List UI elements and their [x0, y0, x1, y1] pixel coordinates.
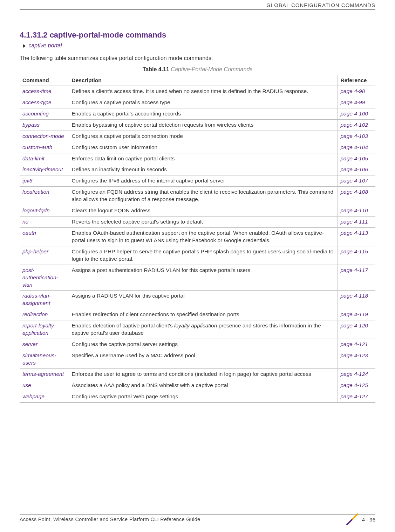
command-cell[interactable]: oauth — [20, 227, 69, 246]
table-row: access-typeConfigures a captive portal's… — [20, 97, 375, 108]
description-cell: Enables a captive portal's accounting re… — [69, 108, 338, 119]
description-cell: Configures a PHP helper to serve the cap… — [69, 246, 338, 265]
description-cell: Configures a captive portal's connection… — [69, 131, 338, 142]
table-row: bypassEnables bypassing of captive porta… — [20, 119, 375, 131]
reference-cell[interactable]: page 4-121 — [338, 339, 375, 350]
page-number: 4 - 96 — [362, 517, 375, 523]
table-row: report-loyalty-applicationEnables detect… — [20, 320, 375, 339]
command-cell[interactable]: report-loyalty-application — [20, 320, 69, 339]
table-row: connection-modeConfigures a captive port… — [20, 131, 375, 142]
reference-cell[interactable]: page 4-113 — [338, 227, 375, 246]
reference-cell[interactable]: page 4-124 — [338, 368, 375, 380]
breadcrumb-arrow-icon — [23, 44, 26, 48]
command-cell[interactable]: localization — [20, 187, 69, 205]
command-cell[interactable]: post-authentication-vlan — [20, 265, 69, 291]
table-caption: Table 4.11 Captive-Portal-Mode Commands — [20, 66, 375, 73]
reference-cell[interactable]: page 4-98 — [338, 86, 375, 97]
page-footer: Access Point, Wireless Controller and Se… — [20, 513, 375, 526]
table-row: data-limitEnforces data limit on captive… — [20, 153, 375, 164]
description-cell: Enables bypassing of captive portal dete… — [69, 119, 338, 131]
command-cell[interactable]: access-time — [20, 86, 69, 97]
reference-cell[interactable]: page 4-104 — [338, 142, 375, 153]
reference-cell[interactable]: page 4-99 — [338, 97, 375, 108]
command-cell[interactable]: webpage — [20, 391, 69, 402]
command-cell[interactable]: access-type — [20, 97, 69, 108]
description-cell: Configures captive portal Web page setti… — [69, 391, 338, 402]
command-cell[interactable]: simultaneous-users — [20, 350, 69, 368]
th-reference: Reference — [338, 75, 375, 86]
command-cell[interactable]: connection-mode — [20, 131, 69, 142]
description-cell: Configures the captive portal server set… — [69, 339, 338, 350]
description-cell: Enables redirection of client connection… — [69, 309, 338, 320]
section-heading: 4.1.31.2 captive-portal-mode commands — [20, 31, 375, 40]
table-row: useAssociates a AAA policy and a DNS whi… — [20, 380, 375, 391]
page-header: GLOBAL CONFIGURATION COMMANDS — [20, 0, 375, 9]
command-cell[interactable]: data-limit — [20, 153, 69, 164]
command-cell[interactable]: use — [20, 380, 69, 391]
command-cell[interactable]: php-helper — [20, 246, 69, 265]
description-cell: Reverts the selected captive portal's se… — [69, 217, 338, 228]
table-row: logout-fqdnClears the logout FQDN addres… — [20, 205, 375, 217]
table-row: redirectionEnables redirection of client… — [20, 309, 375, 320]
reference-cell[interactable]: page 4-117 — [338, 265, 375, 291]
breadcrumb[interactable]: captive portal — [23, 42, 375, 49]
reference-cell[interactable]: page 4-123 — [338, 350, 375, 368]
header-rule — [20, 9, 375, 10]
table-row: ipv6Configures the IPv6 address of the i… — [20, 175, 375, 187]
command-cell[interactable]: bypass — [20, 119, 69, 131]
reference-cell[interactable]: page 4-127 — [338, 391, 375, 402]
command-cell[interactable]: accounting — [20, 108, 69, 119]
reference-cell[interactable]: page 4-111 — [338, 217, 375, 228]
description-cell: Assigns a post authentication RADIUS VLA… — [69, 265, 338, 291]
description-cell: Configures the IPv6 address of the inter… — [69, 175, 338, 187]
reference-cell[interactable]: page 4-110 — [338, 205, 375, 217]
table-row: post-authentication-vlanAssigns a post a… — [20, 265, 375, 291]
command-cell[interactable]: radius-vlan-assignment — [20, 291, 69, 309]
table-row: simultaneous-usersSpecifies a username u… — [20, 350, 375, 368]
command-cell[interactable]: redirection — [20, 309, 69, 320]
description-cell: Associates a AAA policy and a DNS whitel… — [69, 380, 338, 391]
breadcrumb-text: captive portal — [28, 42, 62, 48]
reference-cell[interactable]: page 4-102 — [338, 119, 375, 131]
reference-cell[interactable]: page 4-105 — [338, 153, 375, 164]
footer-text: Access Point, Wireless Controller and Se… — [20, 517, 200, 522]
commands-table: Command Description Reference access-tim… — [20, 75, 375, 403]
reference-cell[interactable]: page 4-120 — [338, 320, 375, 339]
reference-cell[interactable]: page 4-108 — [338, 187, 375, 205]
command-cell[interactable]: inactivity-timeout — [20, 164, 69, 175]
table-row: localizationConfigures an FQDN address s… — [20, 187, 375, 205]
table-row: oauthEnables OAuth-based authentication … — [20, 227, 375, 246]
table-row: php-helperConfigures a PHP helper to ser… — [20, 246, 375, 265]
description-cell: Configures an FQDN address string that e… — [69, 187, 338, 205]
command-cell[interactable]: terms-agreement — [20, 368, 69, 380]
description-cell: Enforces the user to agree to terms and … — [69, 368, 338, 380]
description-cell: Configures a captive portal's access typ… — [69, 97, 338, 108]
description-cell: Specifies a username used by a MAC addre… — [69, 350, 338, 368]
table-row: terms-agreementEnforces the user to agre… — [20, 368, 375, 380]
table-row: webpageConfigures captive portal Web pag… — [20, 391, 375, 402]
command-cell[interactable]: custom-auth — [20, 142, 69, 153]
footer-logo-icon — [346, 513, 359, 526]
reference-cell[interactable]: page 4-103 — [338, 131, 375, 142]
table-row: accountingEnables a captive portal's acc… — [20, 108, 375, 119]
th-command: Command — [20, 75, 69, 86]
description-cell: Defines an inactivity timeout in seconds — [69, 164, 338, 175]
command-cell[interactable]: ipv6 — [20, 175, 69, 187]
reference-cell[interactable]: page 4-119 — [338, 309, 375, 320]
reference-cell[interactable]: page 4-118 — [338, 291, 375, 309]
reference-cell[interactable]: page 4-100 — [338, 108, 375, 119]
description-cell: Configures custom user information — [69, 142, 338, 153]
table-row: noReverts the selected captive portal's … — [20, 217, 375, 228]
intro-text: The following table summarizes captive p… — [20, 55, 375, 61]
reference-cell[interactable]: page 4-107 — [338, 175, 375, 187]
reference-cell[interactable]: page 4-115 — [338, 246, 375, 265]
description-cell: Clears the logout FQDN address — [69, 205, 338, 217]
table-row: access-timeDefines a client's access tim… — [20, 86, 375, 97]
command-cell[interactable]: no — [20, 217, 69, 228]
table-label: Table 4.11 — [143, 66, 169, 72]
command-cell[interactable]: logout-fqdn — [20, 205, 69, 217]
th-description: Description — [69, 75, 338, 86]
reference-cell[interactable]: page 4-125 — [338, 380, 375, 391]
reference-cell[interactable]: page 4-106 — [338, 164, 375, 175]
command-cell[interactable]: server — [20, 339, 69, 350]
